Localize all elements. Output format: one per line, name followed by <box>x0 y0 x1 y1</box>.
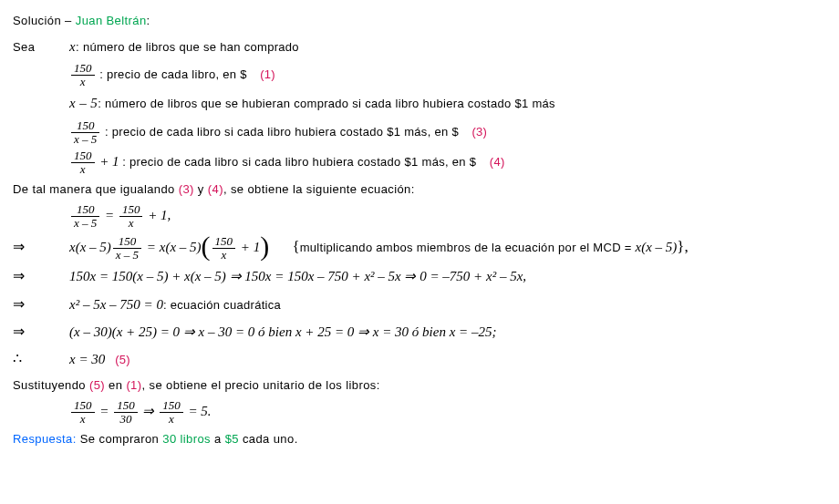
bridge-2: Sustituyendo (5) en (1), se obtiene el p… <box>13 375 826 397</box>
eq-5: ⇒ (x – 30)(x + 25) = 0 ⇒ x – 30 = 0 ó bi… <box>13 318 826 345</box>
frac-3: 150x – 5 <box>71 119 99 145</box>
eq-6: ∴ x = 30 (5) <box>13 345 826 373</box>
therefore-icon: ∴ <box>13 345 57 373</box>
sea-label: Sea <box>13 40 35 54</box>
def2-desc: : número de libros que se hubieran compr… <box>98 97 555 110</box>
def3-desc: : precio de cada libro si cada libro hub… <box>105 125 459 139</box>
x-symbol: x <box>69 39 76 54</box>
answer-price: $5 <box>225 432 239 446</box>
eq-1: 150x – 5 = 150x + 1, <box>13 201 826 231</box>
def4-desc: : precio de cada libro si cada libro hub… <box>122 155 476 169</box>
x-desc: : número de libros que se han comprado <box>76 40 299 54</box>
ref-3: (3) <box>471 125 487 139</box>
def-1: 150x : precio de cada libro, en $ (1) <box>13 60 826 89</box>
author: Juan Beltrán <box>76 14 147 27</box>
implies-icon: ⇒ <box>13 262 57 290</box>
def-3: 150x – 5 : precio de cada libro si cada … <box>13 118 826 147</box>
header-colon: : <box>147 14 150 27</box>
answer-qty: 30 libros <box>162 432 211 446</box>
ref-1: (1) <box>260 67 275 81</box>
ref-5: (5) <box>115 353 130 366</box>
eq-3: ⇒ 150x = 150(x – 5) + x(x – 5) ⇒ 150x = … <box>13 262 826 290</box>
def1-desc: : precio de cada libro, en $ <box>99 67 247 81</box>
rparen-icon: ) <box>260 231 269 261</box>
ref-4: (4) <box>490 155 505 169</box>
implies-icon: ⇒ <box>13 291 57 318</box>
def-4: 150x + 1 : precio de cada libro si cada … <box>13 148 826 177</box>
solucion-label: Solución – <box>13 14 76 27</box>
answer-line: Respuesta: Se compraron 30 libros a $5 c… <box>13 428 826 451</box>
implies-icon: ⇒ <box>13 233 57 261</box>
answer-label: Respuesta: <box>13 432 77 446</box>
eq-2: ⇒ x(x – 5)150x – 5 = x(x – 5)(150x + 1) … <box>13 232 826 263</box>
header-line: Solución – Juan Beltrán: <box>13 10 826 33</box>
expr-xminus5: x – 5 <box>69 96 98 110</box>
plus1: + 1 <box>97 154 119 169</box>
bridge-1: De tal manera que igualando (3) y (4), s… <box>13 179 826 201</box>
def-2: x – 5: número de libros que se hubieran … <box>13 90 826 117</box>
lparen-icon: ( <box>202 231 211 261</box>
eq-4: ⇒ x² – 5x – 750 = 0: ecuación cuadrática <box>13 291 826 318</box>
implies-icon: ⇒ <box>13 318 57 345</box>
frac-4: 150x <box>71 149 95 175</box>
def-x: Seax: número de libros que se han compra… <box>13 34 826 60</box>
eq-7: 150x = 15030 ⇒ 150x = 5. <box>13 397 826 427</box>
frac-1: 150x <box>71 62 95 87</box>
